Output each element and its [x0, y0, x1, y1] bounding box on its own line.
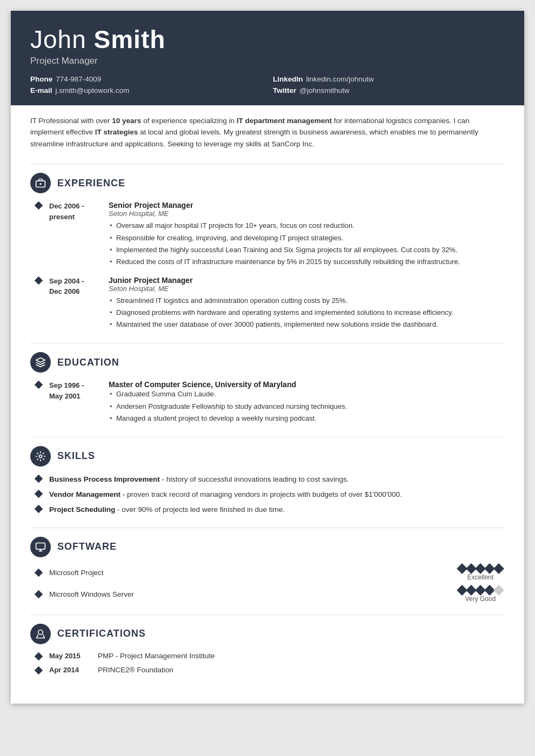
experience-header: EXPERIENCE — [30, 173, 505, 193]
dot-1-5 — [493, 563, 504, 574]
last-name: Smith — [94, 25, 166, 53]
email-label: E-mail — [30, 86, 52, 94]
exp-bullet-1-1: Oversaw all major hospital IT projects f… — [109, 220, 505, 231]
svg-rect-4 — [36, 543, 45, 549]
education-icon — [30, 352, 51, 373]
software-dots-1 — [458, 565, 503, 572]
twitter-value: @johnsmithutw — [299, 86, 350, 94]
skill-entry-2: Vendor Management - proven track record … — [30, 489, 505, 500]
software-name-2: Microsoft Windows Server — [49, 590, 456, 598]
header-section: John Smith Project Manager Phone774-987-… — [11, 11, 524, 105]
certifications-header: CERTIFICATIONS — [30, 624, 505, 644]
exp-date-2: Sep 2004 -Dec 2006 — [49, 276, 109, 331]
edu-bullet-1-1: Graduated Summa Cum Laude. — [109, 389, 505, 400]
skills-section: SKILLS Business Process Improvement - hi… — [30, 446, 505, 516]
skill-entry-3: Project Scheduling - over 90% of project… — [30, 504, 505, 515]
experience-section: EXPERIENCE Dec 2006 -present Senior Proj… — [30, 173, 505, 331]
cert-date-2: Apr 2014 — [49, 666, 98, 674]
summary-section: IT Professional with over 10 years of ex… — [30, 115, 505, 153]
bullet-skill-2 — [36, 489, 42, 499]
education-section: EDUCATION Sep 1996 -May 2001 Master of C… — [30, 352, 505, 424]
svg-point-7 — [38, 630, 43, 634]
resume-body: IT Professional with over 10 years of ex… — [11, 105, 524, 704]
edu-content-1: Master of Computer Science, University o… — [109, 380, 505, 424]
experience-entry-2: Sep 2004 -Dec 2006 Junior Project Manage… — [30, 276, 505, 331]
skill-text-2: Vendor Management - proven track record … — [49, 489, 402, 500]
experience-entry-1: Dec 2006 -present Senior Project Manager… — [30, 201, 505, 268]
email-item: E-mailj.smith@uptowork.com — [30, 86, 262, 94]
exp-bullet-1-3: Implemented the highly successful Lean T… — [109, 245, 505, 255]
experience-title: EXPERIENCE — [57, 178, 125, 189]
candidate-name: John Smith — [30, 26, 505, 53]
exp-bullet-2-2: Diagnosed problems with hardware and ope… — [109, 307, 505, 318]
education-header: EDUCATION — [30, 352, 505, 373]
software-title: SOFTWARE — [57, 541, 117, 552]
exp-job-title-2: Junior Project Manager — [109, 276, 505, 285]
cert-name-2: PRINCE2® Foundation — [98, 666, 173, 674]
phone-label: Phone — [30, 75, 52, 83]
software-dots-2 — [458, 586, 503, 594]
exp-bullet-2-1: Streamlined IT logistics and administrat… — [109, 295, 505, 306]
edu-date-1: Sep 1996 -May 2001 — [49, 380, 109, 424]
skills-icon — [30, 446, 51, 467]
exp-company-1: Seton Hospital, ME — [109, 210, 505, 218]
cert-entry-2: Apr 2014 PRINCE2® Foundation — [30, 666, 505, 676]
svg-point-3 — [39, 455, 42, 457]
certifications-section: CERTIFICATIONS May 2015 PMP - Project Ma… — [30, 624, 505, 676]
software-entry-1: Microsoft Project Excellent — [30, 565, 505, 581]
certifications-title: CERTIFICATIONS — [57, 628, 146, 639]
bullet-exp-2 — [36, 276, 42, 331]
exp-content-2: Junior Project Manager Seton Hospital, M… — [109, 276, 505, 331]
exp-company-2: Seton Hospital, ME — [109, 285, 505, 293]
linkedin-item: LinkedInlinkedin.com/johnutw — [273, 75, 505, 83]
software-entry-2: Microsoft Windows Server Very Good — [30, 586, 505, 603]
divider-5 — [30, 615, 505, 615]
email-value: j.smith@uptowork.com — [56, 86, 130, 94]
divider-3 — [30, 437, 505, 437]
linkedin-value: linkedin.com/johnutw — [306, 75, 374, 83]
exp-bullet-1-4: Reduced the costs of IT infrastructure m… — [109, 256, 505, 267]
cert-date-1: May 2015 — [49, 652, 98, 660]
edu-bullet-1-3: Managed a student project to develop a w… — [109, 413, 505, 424]
skills-title: SKILLS — [57, 450, 95, 462]
skill-text-1: Business Process Improvement - history o… — [49, 474, 349, 485]
education-entry-1: Sep 1996 -May 2001 Master of Computer Sc… — [30, 380, 505, 424]
edu-degree-1: Master of Computer Science, University o… — [109, 380, 505, 389]
phone-value: 774-987-4009 — [56, 75, 101, 83]
exp-content-1: Senior Project Manager Seton Hospital, M… — [109, 201, 505, 268]
linkedin-label: LinkedIn — [273, 75, 303, 83]
software-name-1: Microsoft Project — [49, 569, 456, 577]
bullet-cert-1 — [36, 652, 42, 662]
edu-bullets-1: Graduated Summa Cum Laude. Andersen Post… — [109, 389, 505, 423]
skill-text-3: Project Scheduling - over 90% of project… — [49, 504, 285, 515]
divider-2 — [30, 343, 505, 343]
bullet-skill-3 — [36, 504, 42, 514]
bullet-edu-1 — [36, 380, 42, 424]
candidate-title: Project Manager — [30, 56, 505, 66]
phone-item: Phone774-987-4009 — [30, 75, 262, 83]
software-rating-1: Excellent — [456, 565, 505, 581]
divider-4 — [30, 528, 505, 528]
skill-entry-1: Business Process Improvement - history o… — [30, 474, 505, 485]
exp-bullets-1: Oversaw all major hospital IT projects f… — [109, 220, 505, 267]
divider-1 — [30, 164, 505, 164]
exp-bullets-2: Streamlined IT logistics and administrat… — [109, 295, 505, 330]
software-icon — [30, 537, 51, 557]
twitter-label: Twitter — [273, 86, 296, 94]
experience-icon — [30, 173, 51, 193]
cert-name-1: PMP - Project Management Institute — [98, 652, 215, 660]
certifications-icon — [30, 624, 51, 644]
bullet-skill-1 — [36, 474, 42, 484]
bullet-exp-1 — [36, 201, 42, 268]
bullet-sw-2 — [36, 590, 42, 599]
cert-entry-1: May 2015 PMP - Project Management Instit… — [30, 652, 505, 662]
software-level-2: Very Good — [465, 595, 496, 603]
exp-job-title-1: Senior Project Manager — [109, 201, 505, 210]
twitter-item: Twitter@johnsmithutw — [273, 86, 505, 94]
edu-bullet-1-2: Andersen Postgraduate Fellowship to stud… — [109, 401, 505, 412]
skills-header: SKILLS — [30, 446, 505, 467]
exp-bullet-1-2: Responsible for creating, improving, and… — [109, 233, 505, 244]
software-section: SOFTWARE Microsoft Project Excellent — [30, 537, 505, 603]
software-rating-2: Very Good — [456, 586, 505, 603]
exp-bullet-2-3: Maintained the user database of over 300… — [109, 319, 505, 330]
